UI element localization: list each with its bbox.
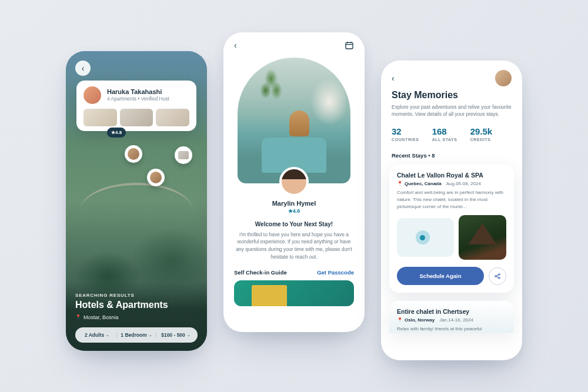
rating-badge: ★4.8 [107, 128, 126, 138]
map-pin-building[interactable] [175, 146, 192, 164]
host-rating: ★4.6 [223, 208, 365, 214]
stay-description: Comfort and well-being are in perfect ha… [397, 189, 506, 210]
listing-thumbnails[interactable] [83, 109, 189, 126]
stay-photo[interactable] [459, 215, 506, 260]
results-kicker: SEARCHING RESULTS [75, 293, 198, 298]
stay-dates: Aug.05-08, 2024 [446, 181, 481, 186]
chevron-down-icon: ⌄ [149, 333, 152, 337]
share-button[interactable] [489, 267, 506, 285]
calendar-icon[interactable] [345, 41, 354, 52]
map-pin-avatar[interactable] [147, 169, 165, 186]
stay-title: Entire chalet in Chertsey [397, 308, 506, 315]
host-avatar[interactable] [279, 167, 309, 196]
map-pin-icon [416, 230, 430, 244]
stats-row: 32 COUNTRIES 168 ALL STAYS 29.5k CREDITS [381, 118, 522, 148]
location-pin-icon: 📍 [75, 314, 81, 320]
sofa-graphic [305, 75, 346, 128]
thumbnail[interactable] [156, 109, 189, 126]
thumbnail[interactable] [120, 109, 153, 126]
stat-credits: 29.5k CREDITS [470, 126, 493, 142]
phone-search-results: ‹ Haruka Takahashi 4 Apartments • Verifi… [66, 51, 207, 351]
search-summary: SEARCHING RESULTS Hotels & Apartments 📍 … [66, 282, 207, 351]
stay-dates: Jan.14-16, 2024 [439, 317, 473, 323]
welcome-text: I'm thrilled to have you here and hope y… [223, 227, 365, 261]
location-text: Mostar, Bosnia [83, 314, 119, 320]
results-location: 📍 Mostar, Bosnia [75, 314, 198, 320]
svg-rect-0 [346, 42, 353, 49]
stay-title: Chalet Le Vallon Royal & SPA [397, 172, 506, 179]
chevron-down-icon: ⌄ [106, 333, 109, 337]
map-pin-avatar[interactable] [125, 145, 142, 163]
stay-map[interactable] [397, 218, 454, 257]
get-passcode-link[interactable]: Get Passcode [317, 269, 354, 276]
stat-countries: 32 COUNTRIES [392, 126, 419, 142]
results-title: Hotels & Apartments [75, 300, 198, 310]
user-avatar[interactable] [495, 70, 512, 86]
host-avatar [83, 86, 101, 104]
filter-price[interactable]: $100 - 500⌄ [156, 332, 195, 338]
back-button[interactable]: ‹ [234, 41, 237, 52]
back-button[interactable]: ‹ [75, 61, 91, 76]
filter-guests[interactable]: 2 Adults⌄ [78, 332, 117, 338]
chevron-down-icon: ⌄ [187, 333, 191, 337]
back-button[interactable]: ‹ [392, 73, 395, 83]
bridge-graphic [80, 183, 193, 212]
phone-stay-memories: ‹ Stay Memories Explore your past advent… [381, 61, 522, 360]
checkin-guide-label: Self Check-in Guide [234, 269, 287, 276]
schedule-again-button[interactable]: Schedule Again [397, 267, 484, 285]
stay-description: Relax with family/ friends at this peace… [397, 326, 506, 333]
welcome-heading: Welcome to Your Next Stay! [223, 221, 365, 227]
filter-bar: 2 Adults⌄ 1 Bedroom⌄ $100 - 500⌄ [75, 327, 198, 343]
page-title: Stay Memories [381, 90, 522, 100]
stay-card[interactable]: Chalet Le Vallon Royal & SPA 📍 Quebec, C… [389, 165, 514, 293]
thumbnail[interactable] [83, 109, 117, 126]
stay-location: 📍 Quebec, Canada [397, 181, 442, 186]
phone-host-welcome: ‹ Marylin Hymel ★4.6 Welcome to Your Nex… [223, 32, 365, 332]
stat-all-stays: 168 ALL STAYS [432, 126, 457, 142]
plant-graphic [258, 65, 285, 112]
location-pin-icon: 📍 [397, 181, 403, 186]
host-meta: 4 Apartments • Verified Host [107, 96, 169, 102]
listing-hero-image [238, 58, 350, 183]
location-pin-icon: 📍 [397, 317, 403, 323]
checkin-guide-card[interactable] [234, 280, 354, 306]
page-subtitle: Explore your past adventures and relive … [381, 100, 522, 119]
stay-card[interactable]: Entire chalet in Chertsey 📍 Oslo, Norway… [389, 301, 514, 333]
filter-rooms[interactable]: 1 Bedroom⌄ [117, 332, 156, 338]
host-card[interactable]: Haruka Takahashi 4 Apartments • Verified… [76, 81, 196, 131]
host-name: Haruka Takahashi [107, 88, 169, 95]
stay-location: 📍 Oslo, Norway [397, 317, 435, 323]
recent-stays-heading: Recent Stays • 8 [381, 148, 522, 162]
host-name: Marylin Hymel [223, 200, 365, 207]
